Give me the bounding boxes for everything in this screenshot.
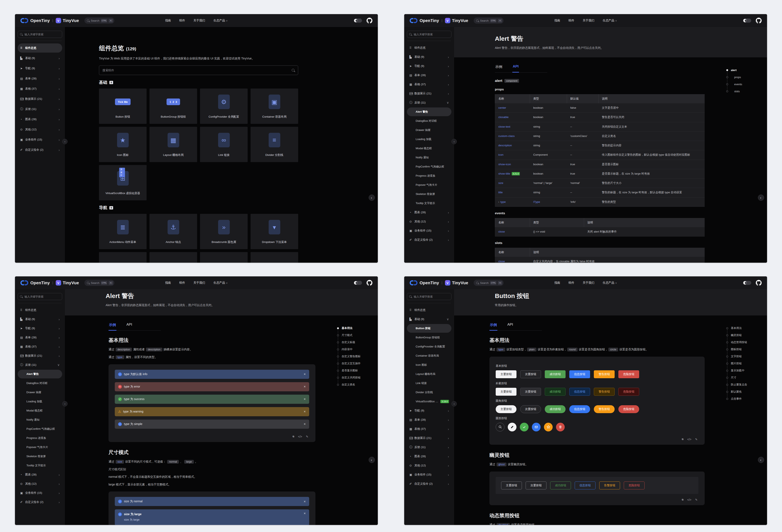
sidebar-item[interactable]: ▣ 业务组件 (15) › [18, 489, 62, 497]
tinyvue-logo-icon[interactable]: V [445, 18, 450, 23]
anchor-item[interactable]: 显示加载中 [726, 367, 759, 374]
tinyvue-wordmark[interactable]: TinyVue [452, 280, 468, 285]
sidebar-item[interactable]: ▙ 基础 (9) › [407, 52, 452, 61]
opentiny-logo-icon[interactable] [21, 280, 29, 286]
theme-toggle[interactable] [743, 281, 751, 285]
anchor-item[interactable]: 是否显示图标 [337, 367, 370, 374]
anchor-item[interactable]: 基本用法 [337, 325, 370, 332]
github-icon[interactable] [756, 18, 761, 24]
component-card[interactable] [149, 252, 197, 263]
component-card[interactable]: ▾ Dropdown 下拉菜单 [251, 214, 298, 249]
sidebar-item[interactable]: Popover 气泡卡片 [18, 443, 62, 452]
copy-icon[interactable]: ⧉ [682, 438, 683, 441]
sidebar-item[interactable]: ▤ 表单 (28) › [407, 415, 452, 424]
sidebar-item[interactable]: ▣ 业务组件 (15) › [407, 226, 452, 235]
sidebar-item[interactable]: ⊙ 其他 (12) › [18, 480, 62, 488]
tab[interactable]: API [512, 65, 519, 73]
header-search[interactable]: Search CTRL K [474, 17, 504, 24]
sidebar-item[interactable]: Skeleton 骨架屏 [18, 452, 62, 461]
sidebar-item[interactable]: Container 容器布局 [407, 351, 452, 360]
anchor-item[interactable]: 尺寸 [726, 374, 759, 381]
component-card[interactable]: ▦ Layout 栅格布局 [149, 127, 197, 162]
sidebar-item[interactable]: ➤ 导航 (9) › [18, 324, 62, 333]
demo-button[interactable]: 信息按钮 [569, 388, 590, 396]
demo-button[interactable]: 警告按钮 [594, 370, 615, 378]
sidebar-item[interactable]: DialogBox 对话框 [407, 117, 452, 125]
component-card[interactable] [251, 252, 298, 263]
sidebar-search-input[interactable] [18, 293, 62, 300]
nav-item[interactable]: 组件 [179, 19, 185, 23]
tinyvue-wordmark[interactable]: TinyVue [63, 280, 79, 285]
ghost-button[interactable]: 告警按钮 [599, 482, 620, 489]
sidebar-item[interactable]: PopConfirm 气泡确认框 [18, 425, 62, 433]
trash-circle-button[interactable] [556, 423, 565, 431]
nav-item[interactable]: 组件 [179, 281, 185, 285]
code-chip-link[interactable]: size [116, 460, 124, 464]
prop-link[interactable]: icon [498, 153, 504, 156]
sidebar-item[interactable]: ButtonGroup 按钮组 [407, 333, 452, 342]
anchor-item[interactable]: 尺寸模式 [337, 332, 370, 339]
theme-toggle[interactable] [354, 281, 362, 285]
sidebar-item[interactable]: Divider 分割线 [407, 388, 452, 397]
sidebar-item[interactable]: PopConfirm 气泡确认框 [407, 162, 452, 171]
edit-icon[interactable]: ✎ [695, 498, 698, 501]
theme-toggle[interactable] [354, 18, 362, 23]
prop-link[interactable]: show-icon [498, 163, 511, 166]
prop-link[interactable]: custom-class [498, 135, 515, 138]
tab[interactable]: API [126, 322, 133, 331]
nav-item[interactable]: 生态产品∨ [213, 19, 227, 23]
close-icon[interactable]: ✕ [304, 422, 306, 426]
opentiny-wordmark[interactable]: OpenTiny [30, 18, 50, 23]
ghost-button[interactable]: 危险按钮 [624, 482, 645, 489]
sidebar-item[interactable]: ⓘ 反馈 (11) ∨ [407, 98, 452, 107]
sidebar-item[interactable]: ➤ 导航 (9) › [407, 406, 452, 415]
settings-widget-button[interactable]: ◐ [369, 457, 375, 463]
sidebar-item[interactable]: Loading 加载 [18, 397, 62, 406]
anchor-item[interactable]: 自定义警告图标 [337, 353, 370, 360]
sidebar-collapse-button[interactable]: ‹ [452, 139, 457, 144]
sidebar-item[interactable]: Drawer 抽屉 [18, 388, 62, 397]
demo-button[interactable]: 危险按钮 [618, 405, 639, 413]
code-icon[interactable]: </> [687, 438, 691, 441]
sidebar-item[interactable]: Layout 栅格布局 [407, 370, 452, 378]
sidebar-item[interactable]: Notify 通知 [407, 153, 452, 162]
sidebar-collapse-button[interactable]: ‹ [62, 401, 68, 407]
ghost-button[interactable]: 主要按钮 [501, 482, 522, 489]
settings-widget-button[interactable]: ◐ [758, 194, 764, 201]
anchor-item[interactable]: 点击事件 [726, 395, 759, 402]
event-link[interactable]: close [498, 230, 505, 233]
component-search-input[interactable] [99, 66, 298, 75]
mail-circle-button[interactable] [532, 423, 541, 431]
tab[interactable]: 示例 [109, 322, 116, 331]
tinyvue-logo-icon[interactable]: V [56, 280, 61, 286]
sidebar-item[interactable]: 123 数据展示 (21) › [407, 434, 452, 443]
star-circle-button[interactable] [544, 423, 553, 431]
code-chip-link[interactable]: type [497, 348, 505, 351]
anchor-item[interactable]: events [726, 81, 759, 88]
sidebar-item[interactable]: ▣ 业务组件 (15) › [407, 470, 452, 479]
nav-item[interactable]: 组件 [568, 281, 574, 285]
opentiny-wordmark[interactable]: OpenTiny [420, 280, 439, 285]
edit-icon[interactable]: ✎ [695, 438, 698, 441]
tab[interactable]: 示例 [490, 322, 497, 331]
header-search[interactable]: Search CTRL K [474, 280, 504, 286]
prop-link[interactable]: closable [498, 116, 509, 119]
sidebar-item[interactable]: Loading 加载 [407, 135, 452, 144]
sidebar-item[interactable]: 123 数据展示 (21) › [407, 89, 452, 98]
anchor-item[interactable]: 自定义类名 [337, 381, 370, 388]
sidebar-item[interactable]: Button 按钮 [407, 324, 452, 333]
component-card[interactable]: 开发中 ⊞ VirtualScrollBox 虚拟化容器 [99, 165, 147, 200]
demo-button[interactable]: 成功按钮 [545, 388, 566, 396]
nav-item[interactable]: 指南 [554, 281, 560, 285]
tinyvue-logo-icon[interactable]: V [445, 280, 450, 286]
header-search[interactable]: Search CTRL K [84, 17, 114, 24]
component-card[interactable]: ★ Icon 图标 [99, 127, 147, 162]
sidebar-item[interactable]: ▦ 表格 (37) › [407, 80, 452, 89]
slot-link[interactable]: close [498, 260, 505, 263]
anchor-item[interactable]: 幽灵按钮 [726, 332, 759, 339]
demo-button[interactable]: 次要按钮 [520, 370, 541, 378]
close-icon[interactable]: ✕ [304, 512, 306, 515]
demo-button[interactable]: 危险按钮 [618, 370, 639, 378]
tinyvue-wordmark[interactable]: TinyVue [63, 18, 79, 23]
demo-button[interactable]: 危险按钮 [618, 388, 639, 396]
